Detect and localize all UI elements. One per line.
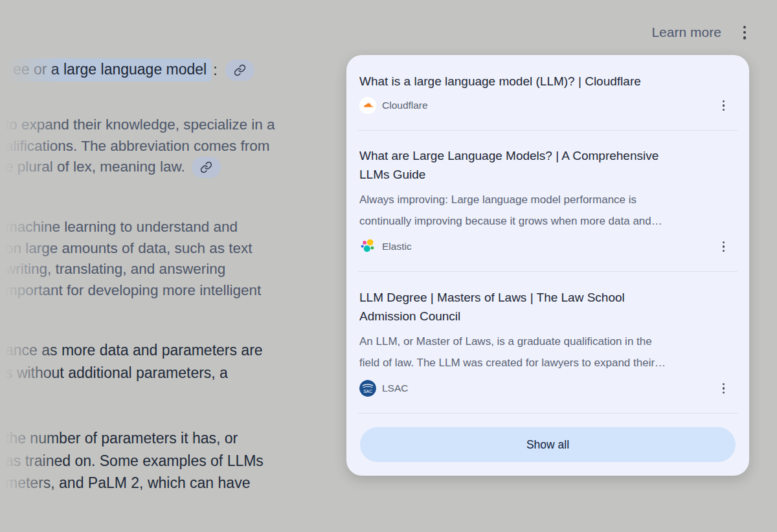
show-all-button[interactable]: Show all [360,427,736,462]
source-card-elastic[interactable]: What are Large Language Models? | A Comp… [359,131,736,272]
source-name: Cloudflare [382,100,720,111]
result-snippet-line: Always improving: Large language model p… [359,189,736,210]
page-text-line: on large amounts of data, such as text [5,238,261,260]
page-paragraph: ance as more data and parameters are s w… [5,339,263,384]
page-text-line: to expand their knowledge, specialize in… [5,115,275,136]
result-title-line: LLMs Guide [359,165,736,184]
page-paragraph: the number of parameters it has, or as t… [5,427,264,494]
result-title-line: Admission Council [359,307,736,326]
page-text-line: machine learning to understand and [5,217,261,238]
highlight-phrase: a large language model [51,61,207,78]
highlighted-citation-text: ee or a large language model [5,58,212,82]
cloudflare-icon [359,97,376,114]
card-divider [358,413,738,414]
result-kebab-menu-icon[interactable] [720,98,727,114]
source-name: LSAC [382,382,720,394]
page-text-line: alifications. The abbreviation comes fro… [5,136,275,157]
page-text-line: writing, translating, and answering [5,259,261,280]
page-text-line: s without additional parameters, a [5,362,263,384]
highlight-suffix: : [213,61,217,79]
result-title[interactable]: What are Large Language Models? | A Comp… [359,146,736,184]
result-title[interactable]: LLM Degree | Masters of Laws | The Law S… [359,288,736,326]
source-card-lsac[interactable]: LLM Degree | Masters of Laws | The Law S… [359,272,736,414]
page-text-line: mportant for developing more intelligent [5,280,261,302]
source-row: Cloudflare [359,96,736,115]
cited-sentence: ee or a large language model : [5,58,254,82]
link-icon[interactable] [225,60,254,81]
svg-text:SAC: SAC [364,389,373,393]
page-paragraph: machine learning to understand and on la… [5,217,261,301]
result-snippet-line: field of law. The LLM was created for la… [359,352,736,373]
kebab-menu-icon[interactable] [741,23,749,42]
source-row: SAC LSAC [359,379,736,397]
sources-panel: What is a large language model (LLM)? | … [346,55,749,476]
page-paragraph: to expand their knowledge, specialize in… [5,115,275,178]
result-title-line: LLM Degree | Masters of Laws | The Law S… [359,288,736,307]
source-row: Elastic [359,238,736,256]
page-text-line: e plural of lex, meaning law. [5,157,185,178]
page-text-line: meters, and PaLM 2, which can have [5,472,264,494]
source-name: Elastic [382,241,720,252]
source-card-cloudflare[interactable]: What is a large language model (LLM)? | … [359,55,736,131]
result-title[interactable]: What is a large language model (LLM)? | … [359,72,736,91]
learn-more-link[interactable]: Learn more [651,25,721,40]
page-text-line: the number of parameters it has, or [5,427,264,450]
result-title-line: What are Large Language Models? | A Comp… [359,146,736,165]
result-snippet-line: An LLM, or Master of Laws, is a graduate… [359,331,736,352]
result-snippet-line: continually improving because it grows w… [359,210,736,232]
page-text-line: ance as more data and parameters are [5,339,263,362]
result-kebab-menu-icon[interactable] [720,239,727,255]
link-icon[interactable] [192,157,221,178]
elastic-icon [359,238,376,255]
result-title-line: What is a large language model (LLM)? | … [359,72,736,91]
page-background: ee or a large language model : to expand… [0,0,777,532]
page-text-line: as trained on. Some examples of LLMs [5,450,264,472]
result-snippet: Always improving: Large language model p… [359,189,736,232]
page-text-line: e plural of lex, meaning law. [5,157,275,178]
lsac-icon: SAC [359,380,376,397]
result-kebab-menu-icon[interactable] [720,381,727,397]
highlight-lead-text: ee or [13,61,51,78]
result-snippet: An LLM, or Master of Laws, is a graduate… [359,331,736,373]
panel-header: Learn more [651,23,749,42]
